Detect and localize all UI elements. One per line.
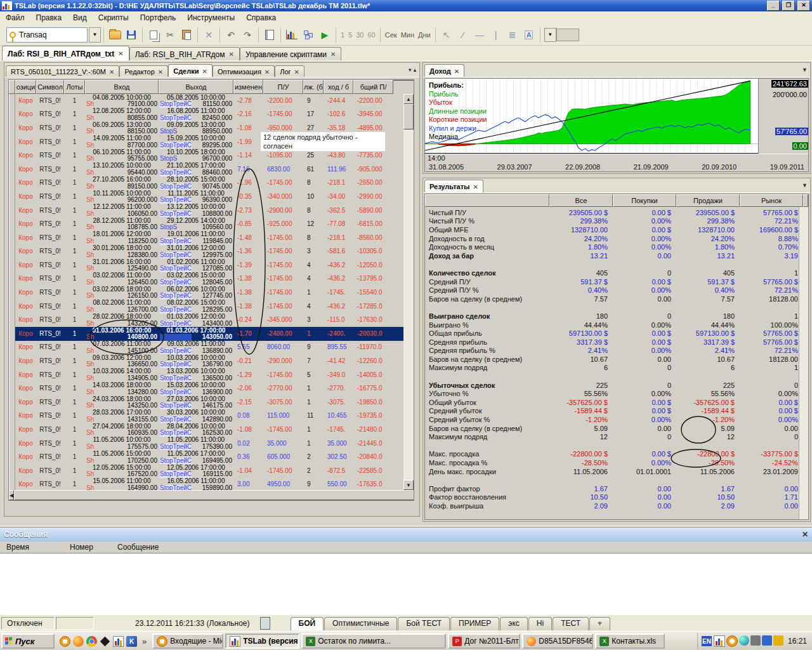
- table-row[interactable]: КороRTS_0!128.12.2005 11:00:00Sh108785.0…: [9, 217, 403, 231]
- tray-msn-icon[interactable]: [739, 635, 749, 646]
- results-row[interactable]: Общая прибыль597130.00 $0.00 $597130.00 …: [425, 329, 799, 338]
- table-row[interactable]: КороRTS_0!128.02.2006 18:00:00Sh143205.0…: [9, 314, 403, 328]
- task-button-0[interactable]: Входящие - Microso...: [152, 633, 223, 649]
- tab-results[interactable]: Результаты ✕: [424, 180, 483, 192]
- column-header-1[interactable]: Символ: [36, 80, 64, 94]
- tray-tslab-icon[interactable]: [714, 635, 725, 647]
- properties-button[interactable]: [261, 27, 278, 43]
- task-button-3[interactable]: PДог №2011-Блт-69 ...: [448, 633, 520, 649]
- table-row[interactable]: КороRTS_0!118.01.2006 12:00:00Sh118250.0…: [9, 231, 403, 245]
- results-column-Все[interactable]: Все: [549, 194, 613, 207]
- kmp-icon[interactable]: K: [126, 636, 137, 647]
- task-button-5[interactable]: XКонтакты.xls: [595, 633, 665, 649]
- unit-Дни[interactable]: Дни: [416, 31, 433, 39]
- save-button[interactable]: [123, 27, 140, 43]
- table-row[interactable]: КороRTS_0!131.01.2006 16:00:00Sh125490.0…: [9, 258, 403, 272]
- subtab-3[interactable]: Оптимизация✕: [213, 65, 275, 77]
- results-row[interactable]: Количество сделок40504051: [425, 269, 799, 277]
- undo-button[interactable]: ↶: [223, 27, 239, 43]
- results-scrollbar[interactable]: [799, 207, 808, 519]
- results-row[interactable]: Максимум подряд120120: [425, 432, 799, 441]
- agent-tab-ПРИМЕР[interactable]: ПРИМЕР: [450, 617, 499, 630]
- close-icon[interactable]: ✕: [331, 51, 336, 58]
- chrome-icon[interactable]: [86, 636, 97, 647]
- agent-tab-+[interactable]: +: [589, 617, 610, 630]
- results-row[interactable]: Средний убыток-1589.44 $0.00 $-1589.44 $…: [425, 407, 799, 416]
- results-row[interactable]: Выиграно %44.44%0.00%44.44%100.00%: [425, 321, 799, 329]
- tray-sec-icon[interactable]: [773, 635, 783, 646]
- results-column-Рынок[interactable]: Рынок: [740, 194, 803, 207]
- table-row[interactable]: КороRTS_0!111.05.2006 10:00:00Sh175575.0…: [9, 437, 403, 451]
- document-tab-0[interactable]: Лаб: RSI_B_RIH_ATRдом_txt✕: [2, 46, 129, 60]
- close-icon[interactable]: ✕: [294, 69, 299, 76]
- table-row[interactable]: КороRTS_0!124.03.2006 18:00:00Sh143250.0…: [9, 395, 403, 409]
- results-row[interactable]: Чистый П/У239505.00 $0.00 $239505.00 $57…: [425, 208, 799, 217]
- results-row[interactable]: Доходность в год24.20%0.00%24.20%8.88%: [425, 234, 799, 243]
- vline-tool-button[interactable]: |: [488, 27, 504, 43]
- transaq-selector[interactable]: Transaq: [6, 27, 88, 43]
- results-row[interactable]: [425, 475, 799, 484]
- close-icon[interactable]: ✕: [454, 68, 459, 75]
- timeframe-30[interactable]: 30: [354, 31, 365, 39]
- firefox-icon[interactable]: [73, 636, 84, 647]
- results-row[interactable]: Выиграно сделок18001801: [425, 312, 799, 321]
- close-icon[interactable]: ✕: [109, 69, 114, 76]
- tslab-icon[interactable]: [113, 636, 124, 647]
- agent-tab-Hi[interactable]: Hi: [528, 617, 552, 630]
- subtab-0[interactable]: RTS_050101_111223_V:-:60M✕: [6, 65, 119, 77]
- delete-button[interactable]: ✕: [200, 27, 217, 43]
- cut-button[interactable]: ✂: [162, 27, 178, 43]
- scroll-thumb[interactable]: [403, 104, 414, 129]
- results-row[interactable]: Средний П/У591.37 $0.00 $591.37 $57765.0…: [425, 277, 799, 286]
- menu-item-Вид[interactable]: Вид: [67, 12, 93, 23]
- results-row[interactable]: Средняя прибыль %2.41%0.00%2.41%72.21%: [425, 347, 799, 355]
- column-header-0[interactable]: озици: [15, 80, 36, 94]
- clock-icon[interactable]: [60, 636, 70, 647]
- document-tab-2[interactable]: Управление скриптами✕: [240, 47, 342, 60]
- results-row[interactable]: Средний убыток %-1.20%0.00%-1.20%0.00%: [425, 415, 799, 424]
- table-row[interactable]: КороRTS_0!110.03.2006 14:00:00Sh134905.0…: [9, 368, 403, 382]
- copy-button[interactable]: [145, 27, 162, 43]
- table-row[interactable]: КороRTS_0!103.02.2006 18:00:00Sh126150.0…: [9, 286, 403, 300]
- restore-button[interactable]: ❐: [782, 1, 795, 11]
- table-row[interactable]: КороRTS_0!130.01.2006 18:00:00Sh128380.0…: [9, 245, 403, 259]
- start-button[interactable]: Пуск: [1, 633, 55, 649]
- close-icon[interactable]: ✕: [473, 183, 478, 190]
- scroll-down-button[interactable]: ▼: [403, 480, 414, 490]
- trendline-tool-button[interactable]: ∕: [455, 27, 471, 43]
- table-row[interactable]: КороRTS_0!110.11.2005 10:00:00Sh96200.00…: [9, 190, 403, 204]
- agent-tab-ТЕСТ[interactable]: ТЕСТ: [553, 617, 589, 630]
- agent-tab-экс[interactable]: экс: [500, 617, 528, 630]
- unit-Сек[interactable]: Сек: [383, 31, 399, 39]
- table-row[interactable]: КороRTS_0!112.12.2005 11:00:00Sh106050.0…: [9, 204, 403, 218]
- results-row[interactable]: Макс. просадка %-28.50%0.00%-28.50%-24.5…: [425, 458, 799, 467]
- table-row[interactable]: КороRTS_0!109.03.2006 12:00:00Sh136650.0…: [9, 354, 403, 368]
- layout-icon[interactable]: [260, 617, 270, 630]
- task-button-2[interactable]: XОстаток по лимита...: [301, 633, 446, 649]
- results-row[interactable]: Баров на сделку (в среднем)5.090.005.090…: [425, 424, 799, 433]
- subtabs-overflow-button[interactable]: ▼▲: [407, 67, 417, 73]
- redo-button[interactable]: ↷: [239, 27, 256, 43]
- results-row[interactable]: Коэф. выигрыша2.090.002.090.00: [425, 501, 799, 510]
- scroll-up-button[interactable]: ▲: [403, 94, 414, 104]
- messages-column-2[interactable]: Сообщение: [111, 543, 308, 552]
- results-row[interactable]: Фактор восстановления10.500.0010.501.71: [425, 493, 799, 502]
- run-button[interactable]: ▶: [317, 27, 333, 43]
- results-row[interactable]: Чистый П/У %299.38%0.00%299.38%72.21%: [425, 217, 799, 226]
- results-row[interactable]: Убыточных сделок22502250: [425, 381, 799, 390]
- color-swatch[interactable]: [556, 29, 579, 41]
- column-header-4[interactable]: Выход: [159, 80, 233, 94]
- menu-item-Инструменты[interactable]: Инструменты: [181, 12, 240, 23]
- table-row[interactable]: КороRTS_0!111.05.2006 15:00:00Sh170250.0…: [9, 450, 403, 464]
- close-icon[interactable]: ✕: [229, 51, 234, 58]
- task-button-1[interactable]: TSLab (версия 1.1...: [225, 633, 299, 649]
- table-row[interactable]: КороRTS_0!113.10.2005 10:00:00Sh95440.00…: [9, 162, 403, 176]
- close-button[interactable]: ✕: [797, 1, 810, 11]
- table-row[interactable]: КороRTS_0!127.10.2005 16:00:00Sh89150.00…: [9, 176, 403, 190]
- table-row[interactable]: КороRTS_0!112.05.2006 15:00:00Sh167520.0…: [9, 464, 403, 478]
- timeframe-60[interactable]: 60: [366, 31, 377, 39]
- results-row[interactable]: [425, 441, 799, 450]
- results-row[interactable]: Профит фактор1.670.001.670.00: [425, 484, 799, 493]
- panel-menu-icon[interactable]: ▼: [802, 182, 808, 189]
- horizontal-scrollbar[interactable]: ◀ ▶: [9, 490, 403, 500]
